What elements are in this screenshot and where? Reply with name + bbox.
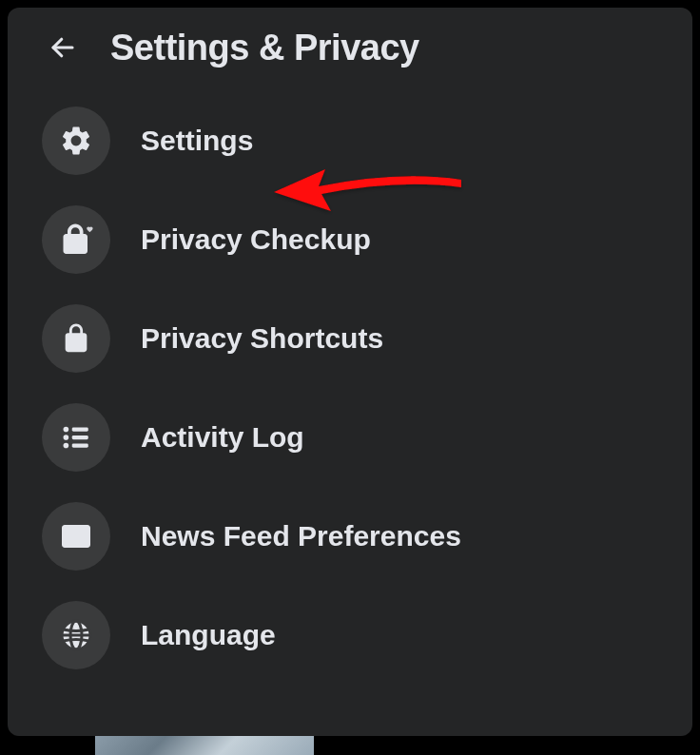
menu-item-privacy-shortcuts[interactable]: Privacy Shortcuts xyxy=(42,304,666,373)
back-button[interactable] xyxy=(42,27,84,68)
newspaper-icon-circle xyxy=(42,502,110,571)
menu-label: Language xyxy=(141,619,276,651)
svg-rect-4 xyxy=(72,436,88,439)
gear-icon-circle xyxy=(42,106,110,175)
menu-list: Settings Privacy Checkup Privacy Shortcu… xyxy=(34,106,666,669)
globe-icon xyxy=(59,618,93,652)
menu-item-news-feed-preferences[interactable]: News Feed Preferences xyxy=(42,502,666,571)
menu-item-language[interactable]: Language xyxy=(42,601,666,669)
menu-label: Activity Log xyxy=(141,421,304,454)
menu-label: Settings xyxy=(141,125,253,157)
list-icon xyxy=(60,421,92,454)
background-photo-fragment xyxy=(95,736,314,755)
newspaper-icon xyxy=(59,519,93,553)
svg-point-5 xyxy=(64,443,69,449)
lock-heart-icon xyxy=(59,223,93,257)
lock-heart-icon-circle xyxy=(42,205,110,274)
menu-item-privacy-checkup[interactable]: Privacy Checkup xyxy=(42,205,666,274)
menu-label: News Feed Preferences xyxy=(141,520,461,552)
gear-icon xyxy=(59,124,93,158)
panel-header: Settings & Privacy xyxy=(34,27,666,68)
lock-icon-circle xyxy=(42,304,110,373)
svg-rect-2 xyxy=(72,427,88,431)
svg-point-3 xyxy=(64,435,69,440)
page-title: Settings & Privacy xyxy=(110,28,419,68)
menu-item-activity-log[interactable]: Activity Log xyxy=(42,403,666,472)
svg-point-1 xyxy=(64,427,69,433)
back-arrow-icon xyxy=(49,33,77,62)
lock-icon xyxy=(60,322,92,355)
list-icon-circle xyxy=(42,403,110,472)
menu-item-settings[interactable]: Settings xyxy=(42,106,666,175)
menu-label: Privacy Shortcuts xyxy=(141,322,383,355)
svg-rect-6 xyxy=(72,443,88,447)
globe-icon-circle xyxy=(42,601,110,669)
menu-label: Privacy Checkup xyxy=(141,223,371,256)
settings-privacy-panel: Settings & Privacy Settings Privacy Chec… xyxy=(8,8,692,736)
